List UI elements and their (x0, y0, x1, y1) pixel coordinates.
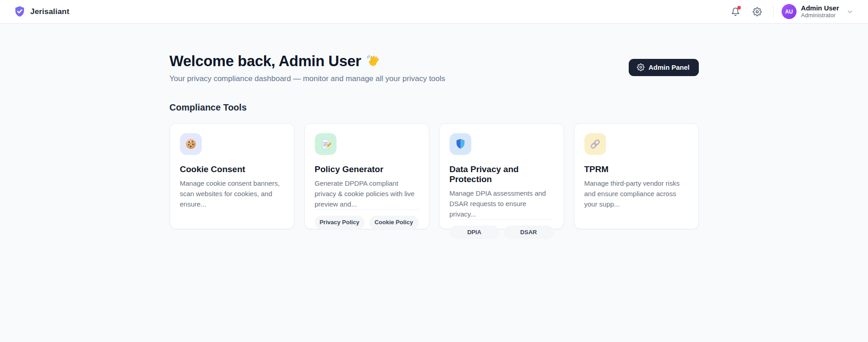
card-footer: DPIADSAR (450, 219, 554, 239)
tag-pill[interactable]: Cookie Policy (369, 216, 419, 229)
card-tags: DPIADSAR (450, 226, 554, 239)
card-description: Manage cookie consent banners, scan webs… (180, 178, 284, 209)
card-footer: Privacy PolicyCookie Policy (315, 209, 419, 229)
card-description: Manage third-party vendor risks and ensu… (584, 178, 688, 209)
card-icon-tile (180, 133, 202, 155)
main-content: Welcome back, Admin User (170, 53, 699, 229)
welcome-section: Welcome back, Admin User (170, 53, 699, 83)
card-title: TPRM (584, 164, 688, 174)
tool-card[interactable]: Cookie Consent Manage cookie consent ban… (170, 123, 294, 229)
card-description: Manage DPIA assessments and DSAR request… (450, 188, 554, 219)
notifications-button[interactable] (728, 4, 743, 19)
avatar: AU (782, 4, 797, 19)
shield-icon (454, 138, 467, 150)
memo-icon (319, 137, 332, 151)
link-icon (588, 137, 602, 151)
brand-logo-link[interactable]: Jerisaliant (14, 5, 69, 18)
section-title-compliance-tools: Compliance Tools (170, 102, 699, 113)
user-menu[interactable]: AU Admin User Administrator (782, 4, 854, 19)
gear-icon (753, 7, 762, 16)
header-divider (773, 6, 773, 18)
page-title: Welcome back, Admin User (170, 53, 361, 70)
card-icon-tile (584, 133, 606, 155)
top-navigation-bar: Jerisaliant AU Admin Use (0, 0, 868, 24)
topbar-actions: AU Admin User Administrator (728, 4, 854, 19)
tool-card[interactable]: Policy Generator Generate DPDPA complian… (304, 123, 429, 229)
settings-button[interactable] (749, 4, 765, 19)
welcome-text-block: Welcome back, Admin User (170, 53, 446, 83)
card-icon-tile (315, 133, 337, 155)
card-tags: Privacy PolicyCookie Policy (315, 216, 419, 229)
admin-panel-button-label: Admin Panel (649, 63, 690, 71)
cookie-icon (184, 137, 198, 151)
waving-hand-icon (366, 54, 381, 68)
chevron-down-icon (846, 8, 854, 15)
page-subtitle: Your privacy compliance dashboard — moni… (170, 74, 446, 83)
compliance-tools-grid: Cookie Consent Manage cookie consent ban… (170, 123, 699, 229)
card-title: Data Privacy and Protection (450, 164, 554, 184)
notification-badge (737, 6, 741, 10)
card-description: Generate DPDPA compliant privacy & cooki… (315, 178, 419, 209)
user-role: Administrator (801, 12, 839, 19)
admin-panel-button[interactable]: Admin Panel (629, 59, 699, 76)
gear-icon (637, 63, 645, 71)
card-title: Cookie Consent (180, 164, 284, 174)
tool-card[interactable]: TPRM Manage third-party vendor risks and… (574, 123, 699, 229)
brand-name: Jerisaliant (30, 7, 69, 16)
tag-pill[interactable]: DPIA (450, 226, 499, 239)
tool-card[interactable]: Data Privacy and Protection Manage DPIA … (439, 123, 564, 229)
shield-check-icon (14, 5, 26, 18)
tag-pill[interactable]: DSAR (504, 226, 554, 239)
user-meta: Admin User Administrator (801, 4, 839, 19)
card-title: Policy Generator (315, 164, 419, 174)
user-name: Admin User (801, 4, 839, 12)
tag-pill[interactable]: Privacy Policy (315, 216, 365, 229)
card-icon-tile (450, 133, 471, 155)
